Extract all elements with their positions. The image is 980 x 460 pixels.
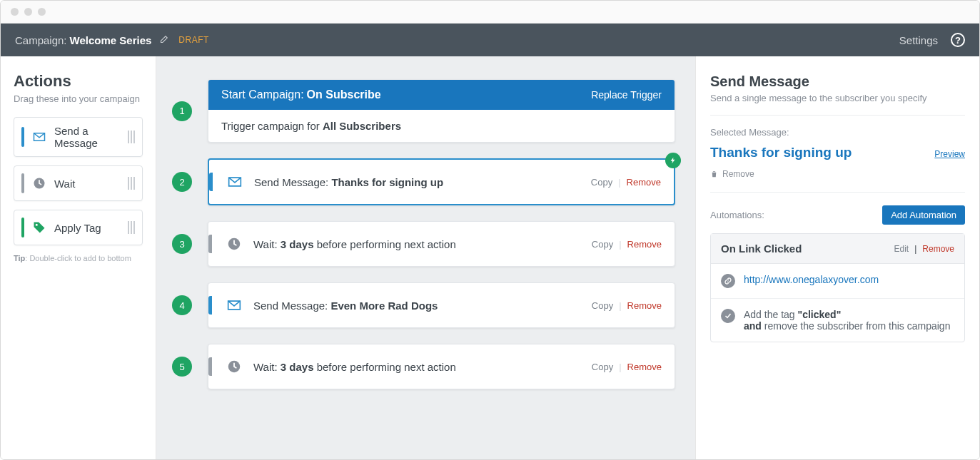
remove-button[interactable]: Remove [627, 300, 662, 311]
remove-message-button[interactable]: Remove [710, 169, 965, 193]
trigger-header: Start Campaign: On Subscribe Replace Tri… [208, 80, 675, 110]
send-message-card[interactable]: Send Message: Thanks for signing upCopy|… [208, 158, 675, 205]
actions-tip: Tip: Double-click to add to bottom [14, 254, 143, 262]
actions-title: Actions [14, 72, 143, 91]
step-number: 2 [172, 172, 192, 192]
help-icon[interactable]: ? [951, 33, 965, 47]
automations-label: Automations: [710, 210, 764, 220]
window-titlebar [1, 1, 979, 24]
step-number: 5 [172, 357, 192, 377]
clock-icon [225, 235, 243, 253]
inspector-title: Send Message [710, 73, 965, 90]
status-badge: DRAFT [178, 35, 209, 45]
actions-subtitle: Drag these into your campaign [14, 93, 143, 104]
window-control-minimize[interactable] [24, 8, 32, 16]
automation-link[interactable]: http://www.onegalaxyover.com [744, 274, 879, 285]
trigger-body: Trigger campaign for All Subscribers [208, 110, 675, 142]
clock-icon [225, 357, 243, 376]
copy-button[interactable]: Copy [592, 362, 613, 372]
trigger-value: On Subscribe [307, 88, 381, 101]
automation-link-row: http://www.onegalaxyover.com [711, 264, 964, 298]
automation-remove-button[interactable]: Remove [922, 244, 954, 254]
copy-button[interactable]: Copy [591, 177, 612, 188]
action-label: Send a Message [54, 125, 128, 149]
automation-title: On Link Clicked [721, 242, 802, 255]
automation-edit-button[interactable]: Edit [894, 244, 909, 254]
step-text: Send Message: Thanks for signing up [254, 176, 591, 188]
wait-card[interactable]: Wait: 3 days before performing next acti… [208, 344, 675, 389]
remove-button[interactable]: Remove [627, 239, 662, 250]
trash-icon [710, 170, 718, 178]
step-text: Wait: 3 days before performing next acti… [253, 238, 592, 250]
step-row: 4Send Message: Even More Rad DogsCopy|Re… [172, 282, 675, 328]
drag-handle-icon [128, 131, 135, 143]
step-number: 3 [172, 234, 192, 254]
edit-campaign-icon[interactable] [158, 35, 168, 45]
clock-icon [31, 175, 47, 191]
send-message-card[interactable]: Send Message: Even More Rad DogsCopy|Rem… [208, 282, 675, 328]
action-label: Apply Tag [54, 222, 128, 234]
automation-card: On Link Clicked Edit | Remove http://www… [710, 233, 965, 342]
wait-card[interactable]: Wait: 3 days before performing next acti… [208, 221, 675, 267]
drag-handle-icon [128, 177, 135, 190]
preview-link[interactable]: Preview [934, 149, 965, 159]
step-row: 3Wait: 3 days before performing next act… [172, 221, 675, 267]
app-window: Campaign: Welcome Series DRAFT Settings … [0, 0, 980, 460]
automation-header: On Link Clicked Edit | Remove [711, 234, 964, 264]
mail-icon [226, 173, 244, 191]
step-text: Send Message: Even More Rad Dogs [253, 300, 592, 312]
svg-point-1 [36, 224, 38, 226]
action-send-message[interactable]: Send a Message [14, 117, 143, 157]
tag-icon [31, 220, 47, 235]
add-automation-button[interactable]: Add Automation [882, 205, 965, 225]
window-control-zoom[interactable] [38, 8, 46, 16]
settings-link[interactable]: Settings [899, 34, 938, 46]
selected-message-title[interactable]: Thanks for signing up [710, 145, 852, 160]
inspector-panel: Send Message Send a single message to th… [695, 56, 979, 459]
window-control-close[interactable] [11, 8, 19, 16]
step-number: 4 [172, 295, 192, 315]
selected-message-label: Selected Message: [710, 127, 965, 138]
remove-button[interactable]: Remove [627, 362, 662, 372]
remove-button[interactable]: Remove [627, 177, 661, 188]
copy-button[interactable]: Copy [592, 239, 613, 250]
mail-icon [31, 129, 47, 145]
trigger-card[interactable]: Start Campaign: On Subscribe Replace Tri… [208, 79, 675, 143]
step-row-trigger: 1 Start Campaign: On Subscribe Replace T… [172, 79, 675, 143]
campaign-label: Campaign: [15, 34, 67, 46]
link-icon [721, 274, 735, 288]
action-apply-tag[interactable]: Apply Tag [14, 210, 143, 245]
mail-icon [225, 296, 243, 315]
app-topbar: Campaign: Welcome Series DRAFT Settings … [1, 24, 979, 56]
step-row: 5Wait: 3 days before performing next act… [172, 344, 675, 389]
actions-sidebar: Actions Drag these into your campaign Se… [1, 56, 156, 459]
step-number: 1 [172, 101, 192, 121]
automation-action-row: Add the tag "clicked" and remove the sub… [711, 298, 964, 342]
trigger-label: Start Campaign: [221, 88, 304, 101]
check-icon [721, 309, 735, 323]
automation-bolt-icon [665, 153, 681, 168]
copy-button[interactable]: Copy [592, 300, 613, 311]
drag-handle-icon [128, 221, 135, 234]
action-wait[interactable]: Wait [14, 165, 143, 201]
action-label: Wait [54, 178, 128, 190]
step-text: Wait: 3 days before performing next acti… [253, 361, 592, 373]
replace-trigger-button[interactable]: Replace Trigger [591, 89, 662, 101]
inspector-desc: Send a single message to the subscriber … [710, 93, 965, 116]
campaign-canvas: 1 Start Campaign: On Subscribe Replace T… [156, 56, 695, 459]
campaign-name: Welcome Series [70, 34, 152, 46]
step-row: 2Send Message: Thanks for signing upCopy… [172, 158, 675, 205]
